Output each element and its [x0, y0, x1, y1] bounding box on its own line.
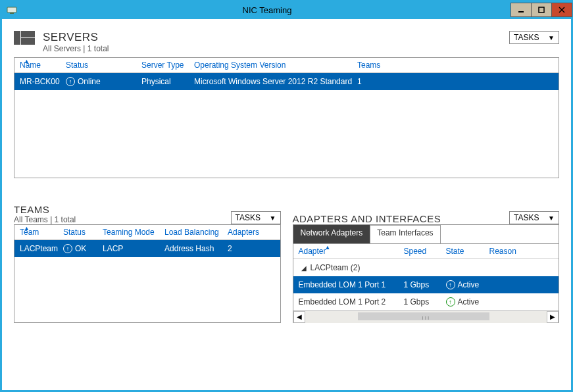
adapter-speed: 1 Gbps: [404, 297, 446, 306]
window-title: NIC Teaming: [23, 5, 511, 15]
window-buttons: [511, 3, 572, 17]
adapters-columns: ▲Adapter Speed State Reason: [293, 243, 559, 259]
adapters-grid: Network Adapters Team Interfaces ▲Adapte…: [293, 224, 560, 323]
col-status[interactable]: Status: [63, 228, 103, 237]
window-frame: NIC Teaming SERVERS All Servers | 1 tota…: [0, 0, 573, 392]
team-status: ↑ OK: [63, 244, 103, 253]
collapse-icon: ◢: [301, 264, 307, 272]
tasks-label: TASKS: [236, 213, 261, 222]
team-name: LACPteam: [20, 244, 63, 253]
scroll-right-icon[interactable]: ▶: [547, 311, 559, 323]
servers-icon: [14, 31, 36, 51]
team-mode: LACP: [103, 244, 164, 253]
adapter-group[interactable]: ◢ LACPteam (2): [293, 259, 559, 276]
teams-subtitle: All Teams | 1 total: [14, 215, 76, 224]
minimize-button[interactable]: [511, 3, 532, 17]
sort-asc-icon: ▲: [325, 244, 331, 251]
adapter-name: Embedded LOM 1 Port 2: [299, 297, 404, 306]
adapter-name: Embedded LOM 1 Port 1: [299, 280, 404, 289]
col-name[interactable]: ▲Name: [20, 61, 66, 70]
teams-grid: ▲Team Status Teaming Mode Load Balancing…: [14, 224, 281, 323]
adapter-row-2[interactable]: Embedded LOM 1 Port 2 1 Gbps ↑ Active: [293, 293, 559, 310]
titlebar: NIC Teaming: [1, 1, 572, 19]
col-os[interactable]: Operating System Version: [194, 61, 357, 70]
col-reason[interactable]: Reason: [489, 247, 529, 256]
teams-columns: ▲Team Status Teaming Mode Load Balancing…: [14, 225, 280, 240]
servers-tasks-button[interactable]: TASKS ▼: [509, 31, 559, 44]
tab-strip: Network Adapters Team Interfaces: [293, 225, 559, 243]
adapters-tasks-button[interactable]: TASKS ▼: [509, 211, 559, 224]
status-up-icon: ↑: [66, 77, 75, 86]
adapters-pane: ADAPTERS AND INTERFACES TASKS ▼ Network …: [293, 193, 560, 323]
team-row[interactable]: LACPteam ↑ OK LACP Address Hash 2: [14, 240, 280, 257]
adapter-row-1[interactable]: Embedded LOM 1 Port 1 1 Gbps ↑ Active: [293, 276, 559, 293]
chevron-down-icon: ▼: [548, 214, 555, 222]
servers-columns: ▲Name Status Server Type Operating Syste…: [14, 58, 559, 73]
group-label: LACPteam (2): [311, 263, 361, 272]
close-button[interactable]: [551, 3, 572, 17]
col-load-balancing[interactable]: Load Balancing: [164, 228, 228, 237]
col-teaming-mode[interactable]: Teaming Mode: [103, 228, 164, 237]
col-adapter[interactable]: ▲Adapter: [299, 247, 404, 256]
svg-rect-1: [10, 12, 14, 14]
col-team[interactable]: ▲Team: [20, 228, 63, 237]
server-row[interactable]: MR-BCK00 ↑ Online Physical Microsoft Win…: [14, 73, 559, 90]
col-teams[interactable]: Teams: [357, 61, 397, 70]
adapter-state: ↑ Active: [446, 280, 505, 289]
col-state[interactable]: State: [446, 247, 489, 256]
client-area: SERVERS All Servers | 1 total TASKS ▼ ▲N…: [2, 19, 571, 390]
tab-network-adapters[interactable]: Network Adapters: [293, 225, 370, 243]
team-adapters: 2: [228, 244, 264, 253]
svg-rect-3: [539, 7, 544, 12]
scroll-track[interactable]: III: [305, 311, 547, 323]
col-adapters[interactable]: Adapters: [228, 228, 264, 237]
servers-subtitle: All Servers | 1 total: [43, 44, 509, 53]
server-name: MR-BCK00: [20, 77, 66, 86]
server-status: ↑ Online: [66, 77, 141, 86]
server-teams: 1: [357, 77, 397, 86]
scroll-grip-icon: III: [422, 315, 431, 321]
servers-title: SERVERS: [43, 31, 509, 44]
col-status[interactable]: Status: [66, 61, 141, 70]
server-type: Physical: [141, 77, 194, 86]
teams-pane: TEAMS All Teams | 1 total TASKS ▼ ▲Team …: [14, 193, 281, 323]
svg-rect-2: [518, 11, 524, 12]
scroll-left-icon[interactable]: ◀: [293, 311, 305, 323]
servers-grid: ▲Name Status Server Type Operating Syste…: [14, 57, 559, 178]
chevron-down-icon: ▼: [270, 214, 276, 222]
tasks-label: TASKS: [514, 213, 539, 222]
tasks-label: TASKS: [514, 33, 539, 42]
teams-tasks-button[interactable]: TASKS ▼: [231, 211, 281, 224]
adapters-title: ADAPTERS AND INTERFACES: [293, 213, 441, 224]
maximize-button[interactable]: [531, 3, 552, 17]
col-server-type[interactable]: Server Type: [141, 61, 194, 70]
sort-asc-icon: ▲: [24, 225, 30, 232]
tab-team-interfaces[interactable]: Team Interfaces: [370, 225, 440, 243]
horizontal-scrollbar[interactable]: ◀ III ▶: [293, 310, 559, 322]
servers-header: SERVERS All Servers | 1 total TASKS ▼: [14, 31, 559, 53]
sort-asc-icon: ▲: [24, 58, 30, 64]
chevron-down-icon: ▼: [548, 34, 555, 41]
status-up-icon: ↑: [446, 297, 455, 306]
app-icon: [5, 3, 19, 17]
status-up-icon: ↑: [63, 244, 72, 253]
server-os: Microsoft Windows Server 2012 R2 Standar…: [194, 77, 357, 86]
team-lb: Address Hash: [164, 244, 228, 253]
adapter-speed: 1 Gbps: [404, 280, 446, 289]
lower-panes: TEAMS All Teams | 1 total TASKS ▼ ▲Team …: [14, 193, 559, 323]
status-up-icon: ↑: [446, 280, 455, 289]
teams-title: TEAMS: [14, 204, 76, 215]
svg-rect-0: [7, 7, 16, 12]
adapter-state: ↑ Active: [446, 297, 505, 306]
col-speed[interactable]: Speed: [404, 247, 446, 256]
